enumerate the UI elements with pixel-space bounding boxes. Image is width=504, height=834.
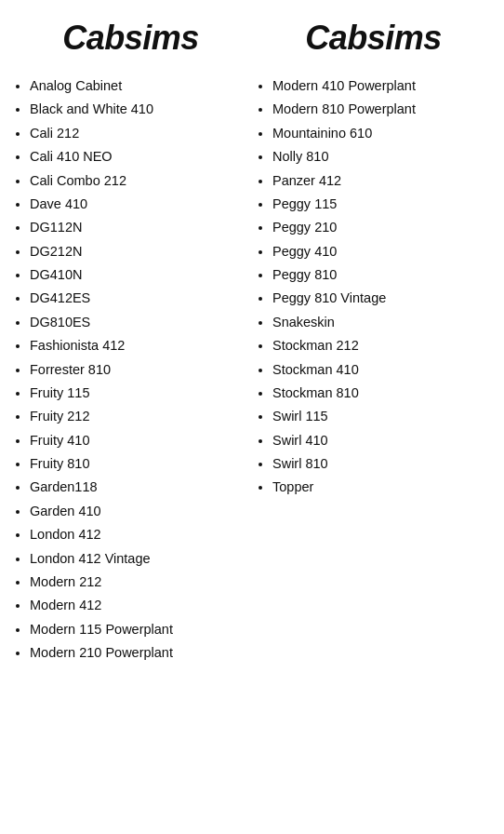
list-item: Stockman 410 (272, 358, 495, 382)
right-column: Cabsims Modern 410 PowerplantModern 810 … (252, 19, 495, 665)
list-item: Garden118 (30, 476, 252, 499)
list-item: DG212N (30, 240, 252, 263)
list-item: Peggy 810 Vintage (272, 287, 495, 310)
list-item: London 412 (30, 523, 252, 546)
list-item: Peggy 410 (272, 240, 495, 263)
list-item: DG410N (30, 263, 252, 287)
list-item: Modern 412 (30, 594, 252, 617)
list-item: Swirl 410 (272, 429, 495, 452)
left-column: Cabsims Analog CabinetBlack and White 41… (9, 19, 252, 665)
list-item: Swirl 810 (272, 452, 495, 476)
list-item: Cali 212 (30, 122, 252, 145)
list-item: Dave 410 (30, 193, 252, 216)
list-item: Fruity 115 (30, 382, 252, 405)
list-item: Fruity 212 (30, 405, 252, 428)
right-column-title: Cabsims (252, 19, 495, 58)
list-item: Modern 810 Powerplant (272, 98, 495, 121)
list-item: Analog Cabinet (30, 74, 252, 98)
list-item: London 412 Vintage (30, 547, 252, 571)
list-item: Modern 210 Powerplant (30, 641, 252, 665)
list-item: Fashionista 412 (30, 334, 252, 357)
list-item: Mountainino 610 (272, 122, 495, 145)
list-item: Peggy 810 (272, 263, 495, 287)
list-item: DG412ES (30, 287, 252, 310)
right-item-list: Modern 410 PowerplantModern 810 Powerpla… (252, 74, 495, 500)
list-item: Nolly 810 (272, 145, 495, 168)
list-item: Peggy 115 (272, 193, 495, 216)
list-item: Fruity 410 (30, 429, 252, 452)
list-item: Stockman 810 (272, 382, 495, 405)
list-item: DG112N (30, 216, 252, 239)
list-item: Swirl 115 (272, 405, 495, 428)
list-item: Garden 410 (30, 500, 252, 523)
list-item: Cali Combo 212 (30, 169, 252, 193)
list-item: Peggy 210 (272, 216, 495, 239)
list-item: Topper (272, 476, 495, 499)
left-column-title: Cabsims (9, 19, 252, 58)
list-item: Cali 410 NEO (30, 145, 252, 168)
list-item: Snakeskin (272, 311, 495, 334)
list-item: Forrester 810 (30, 358, 252, 382)
page-container: Cabsims Analog CabinetBlack and White 41… (0, 0, 504, 683)
list-item: Modern 212 (30, 571, 252, 594)
list-item: Fruity 810 (30, 452, 252, 476)
list-item: Modern 115 Powerplant (30, 618, 252, 641)
list-item: DG810ES (30, 311, 252, 334)
list-item: Black and White 410 (30, 98, 252, 121)
list-item: Modern 410 Powerplant (272, 74, 495, 98)
list-item: Stockman 212 (272, 334, 495, 357)
left-item-list: Analog CabinetBlack and White 410Cali 21… (9, 74, 252, 665)
list-item: Panzer 412 (272, 169, 495, 193)
